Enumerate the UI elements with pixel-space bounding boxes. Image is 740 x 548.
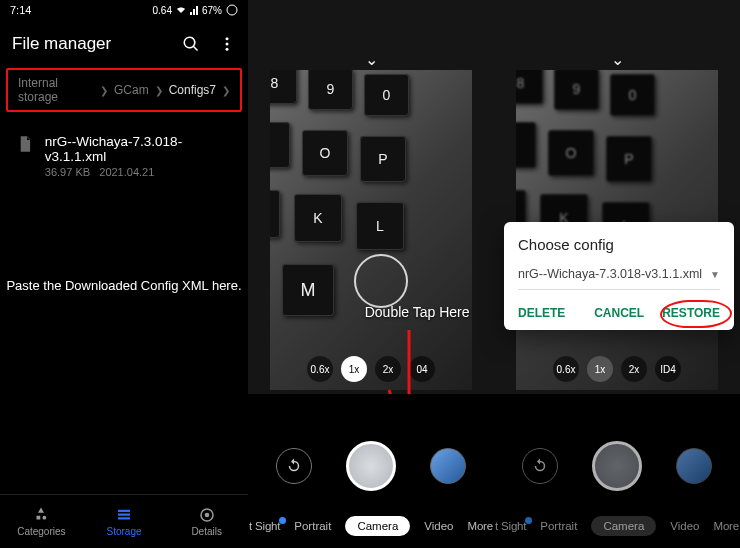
signal-icon [190,5,198,15]
status-time: 7:14 [10,4,31,16]
key: 9 [554,70,599,110]
chevron-down-icon[interactable]: ⌄ [365,50,378,69]
chevron-right-icon: ❯ [155,85,163,96]
shutter-button[interactable] [592,441,642,491]
status-battery: 67% [202,5,222,16]
nav-label: Details [191,526,222,537]
focus-ring [354,254,408,308]
nav-categories[interactable]: Categories [0,495,83,548]
zoom-id4[interactable]: ID4 [655,356,681,382]
breadcrumb-leaf[interactable]: Configs7 [169,83,216,97]
zoom-2x[interactable]: 2x [375,356,401,382]
svg-point-1 [226,37,229,40]
double-tap-hint: Double Tap Here [365,304,470,320]
mode-video[interactable]: Video [424,520,453,532]
zoom-1x[interactable]: 1x [341,356,367,382]
svg-point-3 [226,48,229,51]
flip-camera-icon [285,457,303,475]
more-vert-icon[interactable] [218,35,236,53]
shutter-button[interactable] [346,441,396,491]
dropdown-caret-icon: ▼ [710,269,720,280]
file-name: nrG--Wichaya-7.3.018-v3.1.1.xml [45,134,232,164]
categories-icon [32,506,50,524]
key: 9 [308,70,353,110]
nav-label: Categories [17,526,65,537]
key: O [548,130,594,176]
storage-icon [115,506,133,524]
zoom-1x[interactable]: 1x [587,356,613,382]
status-network-rate: 0.64 [153,5,172,16]
key: 0 [610,74,655,116]
file-icon [16,134,35,154]
choose-config-dialog: Choose config nrG--Wichaya-7.3.018-v3.1.… [504,222,734,330]
file-date: 2021.04.21 [99,166,154,178]
breadcrumb-mid[interactable]: GCam [114,83,149,97]
gallery-thumbnail[interactable] [430,448,466,484]
status-bar: 7:14 0.64 67% [0,0,248,20]
wifi-icon [176,5,186,15]
list-item[interactable]: nrG--Wichaya-7.3.018-v3.1.1.xml 36.97 KB… [0,124,248,188]
nav-details[interactable]: Details [165,495,248,548]
switch-camera-button[interactable] [276,448,312,484]
badge-dot-icon [279,517,286,524]
mode-night-sight[interactable]: t Sight [249,520,280,532]
search-icon[interactable] [182,35,200,53]
key: P [360,136,406,182]
config-select[interactable]: nrG--Wichaya-7.3.018-v3.1.1.xml ▼ [518,267,720,290]
switch-camera-button[interactable] [522,448,558,484]
key: P [606,136,652,182]
paste-hint: Paste the Downloaded Config XML here. [0,278,248,293]
key: M [282,264,334,316]
cancel-button[interactable]: CANCEL [594,306,644,320]
chevron-right-icon: ❯ [100,85,108,96]
zoom-04[interactable]: 04 [409,356,435,382]
breadcrumb[interactable]: Internal storage ❯ GCam ❯ Configs7 ❯ [6,68,242,112]
mode-portrait[interactable]: Portrait [294,520,331,532]
file-size: 36.97 KB [45,166,90,178]
key: L [356,202,404,250]
key: O [302,130,348,176]
svg-point-2 [226,43,229,46]
key: 8 [270,70,297,104]
page-title: File manager [12,34,182,54]
key: I [516,122,536,168]
selected-config: nrG--Wichaya-7.3.018-v3.1.1.xml [518,267,702,281]
svg-point-0 [227,5,237,15]
mode-camera[interactable]: Camera [345,516,410,536]
key: J [270,190,280,238]
battery-ring-icon [226,4,238,16]
zoom-0-6x[interactable]: 0.6x [307,356,333,382]
zoom-row: 0.6x 1x 2x ID4 [516,356,718,382]
mode-more[interactable]: More [714,520,739,532]
dialog-title: Choose config [518,236,720,253]
nav-label: Storage [106,526,141,537]
camera-viewfinder[interactable]: 8 9 0 I O P J K L M 0.6x 1x 2x 04 [270,70,472,390]
gallery-thumbnail[interactable] [676,448,712,484]
restore-button[interactable]: RESTORE [662,306,720,320]
bottom-nav: Categories Storage Details [0,494,248,548]
mode-row[interactable]: t Sight Portrait Camera Video More [494,516,740,536]
svg-point-5 [204,513,209,518]
chevron-down-icon[interactable]: ⌄ [611,50,624,69]
file-manager-header: File manager [0,20,248,64]
key: K [294,194,342,242]
zoom-2x[interactable]: 2x [621,356,647,382]
mode-more[interactable]: More [468,520,493,532]
delete-button[interactable]: DELETE [518,306,565,320]
mode-night-sight[interactable]: t Sight [495,520,526,532]
mode-video[interactable]: Video [670,520,699,532]
mode-row[interactable]: t Sight Portrait Camera Video More [248,516,494,536]
details-icon [198,506,216,524]
chevron-right-icon: ❯ [222,85,230,96]
key: I [270,122,290,168]
zoom-row: 0.6x 1x 2x 04 [270,356,472,382]
zoom-0-6x[interactable]: 0.6x [553,356,579,382]
nav-storage[interactable]: Storage [83,495,166,548]
breadcrumb-root[interactable]: Internal storage [18,76,94,104]
mode-camera[interactable]: Camera [591,516,656,536]
key: 0 [364,74,409,116]
badge-dot-icon [525,517,532,524]
mode-portrait[interactable]: Portrait [540,520,577,532]
flip-camera-icon [531,457,549,475]
key: 8 [516,70,543,104]
